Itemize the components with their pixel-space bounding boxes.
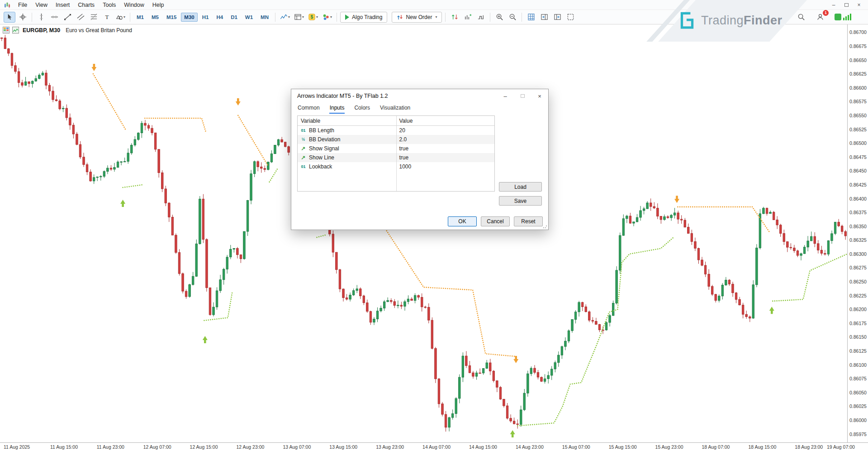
tab-colors[interactable]: Colors [354, 104, 370, 114]
time-label: 15 Aug 23:00 [655, 444, 683, 450]
window-minimize-button[interactable]: – [827, 0, 840, 10]
new-order-button[interactable]: New Order ▾ [392, 12, 442, 23]
vertical-line-tool-button[interactable] [35, 12, 47, 23]
window-close-button[interactable]: × [853, 0, 865, 10]
tab-common[interactable]: Common [297, 104, 320, 114]
menu-charts[interactable]: Charts [74, 1, 99, 9]
price-label: 0.86200 [849, 307, 867, 312]
value-cell[interactable]: 20 [396, 127, 495, 134]
window-controls: – × [827, 0, 868, 10]
crosshair-icon [19, 13, 27, 21]
chart-grid-icon[interactable] [3, 27, 9, 34]
tab-inputs[interactable]: Inputs [329, 104, 345, 114]
objects-button[interactable]: ▾ [321, 12, 333, 23]
algo-trading-button[interactable]: Algo Trading [340, 12, 387, 23]
time-axis[interactable]: 11 Aug 202511 Aug 15:0011 Aug 23:0012 Au… [0, 442, 868, 451]
menu-insert[interactable]: Insert [52, 1, 74, 9]
new-order-label: New Order [406, 14, 432, 20]
horizontal-line-tool-button[interactable] [48, 12, 60, 23]
chart-type-button[interactable]: ▾ [279, 12, 291, 23]
shapes-tool-button[interactable]: ▾ [114, 12, 127, 23]
text-tool-button[interactable]: T [101, 12, 113, 23]
int-type-icon: 01 [300, 128, 307, 133]
column-header-variable[interactable]: Variable [298, 118, 396, 124]
trendline-tool-button[interactable] [62, 12, 73, 23]
dialog-close-button[interactable]: × [531, 89, 548, 103]
dialog-maximize-button[interactable] [514, 89, 531, 103]
timeframe-mn-button[interactable]: MN [257, 13, 272, 22]
chart-window-icon[interactable] [12, 27, 19, 34]
ok-button[interactable]: OK [448, 216, 477, 226]
value-cell[interactable]: 1000 [396, 163, 495, 170]
price-label: 0.86125 [849, 348, 867, 354]
price-label: 0.86525 [849, 127, 867, 132]
chart-shift-button[interactable] [475, 12, 487, 23]
column-header-value[interactable]: Value [396, 118, 495, 124]
search-button[interactable] [795, 12, 807, 23]
timeframe-m30-button[interactable]: M30 [181, 13, 197, 22]
value-cell[interactable]: true [396, 145, 495, 152]
zoom-in-button[interactable] [493, 12, 505, 23]
save-button[interactable]: Save [499, 196, 542, 206]
timeframe-d1-button[interactable]: D1 [228, 13, 241, 22]
load-button[interactable]: Load [499, 182, 542, 192]
connection-status[interactable] [833, 12, 853, 23]
chevron-down-icon: ▾ [435, 15, 437, 19]
line-chart-icon [280, 13, 288, 21]
account-button[interactable]: 1 [814, 12, 826, 23]
auto-scroll-button[interactable] [462, 12, 474, 23]
int-type-icon: 01 [300, 164, 307, 169]
resize-grip[interactable] [543, 224, 547, 229]
tradingfinder-logo-icon [678, 11, 697, 30]
tradingfinder-watermark: TradingFinder [678, 11, 783, 30]
indicators-button[interactable]: $▾ [307, 12, 319, 23]
timeframe-h4-button[interactable]: H4 [213, 13, 226, 22]
price-axis[interactable]: 0.867000.866750.866500.866250.866000.865… [847, 24, 868, 442]
time-label: 18 Aug 07:00 [702, 444, 730, 450]
dock-left-button[interactable] [551, 12, 563, 23]
menu-view[interactable]: View [31, 1, 52, 9]
chart-templates-button[interactable]: ▾ [293, 12, 305, 23]
cancel-button[interactable]: Cancel [481, 216, 510, 226]
dialog-minimize-button[interactable]: – [497, 89, 514, 103]
timeframe-m5-button[interactable]: M5 [148, 13, 162, 22]
value-cell[interactable]: true [396, 154, 495, 161]
inputs-table: Variable Value 01BB Length20½BB Deviatio… [297, 115, 495, 192]
timeframe-h1-button[interactable]: H1 [199, 13, 212, 22]
timeframe-w1-button[interactable]: W1 [242, 13, 256, 22]
variable-cell: ↗Show Line [298, 154, 396, 161]
tile-windows-button[interactable] [525, 12, 537, 23]
time-label: 18 Aug 15:00 [748, 444, 776, 450]
cursor-icon [6, 13, 14, 21]
dialog-titlebar[interactable]: Arrows Indicator MT5 - By TFlab 1.2 – × [291, 89, 548, 103]
chevron-down-icon: ▾ [330, 15, 332, 19]
menu-window[interactable]: Window [120, 1, 148, 9]
menu-tools[interactable]: Tools [99, 1, 120, 9]
candlestick-chart[interactable] [0, 24, 847, 442]
price-label: 0.86300 [849, 251, 867, 257]
text-icon: T [103, 13, 111, 21]
crosshair-tool-button[interactable] [17, 12, 28, 23]
timeframe-m1-button[interactable]: M1 [133, 13, 147, 22]
reset-button[interactable]: Reset [514, 216, 543, 226]
price-label: 0.85975 [849, 432, 867, 437]
price-label: 0.86000 [849, 417, 867, 423]
price-label: 0.86075 [849, 376, 867, 381]
price-label: 0.86600 [849, 85, 867, 91]
cursor-tool-button[interactable] [4, 12, 15, 23]
fibonacci-tool-button[interactable] [88, 12, 100, 23]
timeframe-m15-button[interactable]: M15 [163, 13, 180, 22]
menu-file[interactable]: File [14, 1, 31, 9]
dock-right-button[interactable] [538, 12, 550, 23]
window-maximize-button[interactable] [840, 0, 853, 10]
zoom-out-button[interactable] [507, 12, 518, 23]
tab-visualization[interactable]: Visualization [379, 104, 411, 114]
channel-tool-button[interactable] [75, 12, 86, 23]
toolbar-right-cluster: 1 [795, 12, 864, 23]
toolbar-separator [337, 13, 337, 22]
price-label: 0.86175 [849, 321, 867, 326]
value-cell[interactable]: 2.0 [396, 136, 495, 143]
trade-levels-button[interactable] [449, 12, 460, 23]
select-region-button[interactable] [564, 12, 576, 23]
menu-help[interactable]: Help [148, 1, 168, 9]
